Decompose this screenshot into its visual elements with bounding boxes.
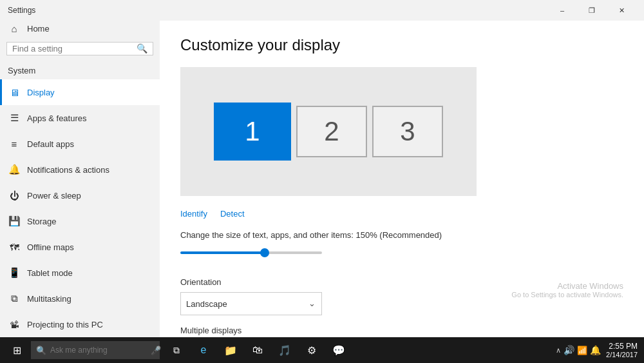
notifications-icon: 🔔	[8, 164, 21, 175]
home-icon: ⌂	[8, 23, 21, 34]
sidebar-item-home[interactable]: ⌂ Home	[0, 21, 160, 37]
title-bar: Settings – ❐ ✕	[0, 0, 644, 21]
restore-button[interactable]: ❐	[577, 0, 607, 21]
close-button[interactable]: ✕	[607, 0, 636, 21]
sidebar-item-label-tablet: Tablet mode	[27, 268, 73, 278]
orientation-select[interactable]: Landscape Portrait Landscape (flipped) P…	[180, 292, 322, 315]
file-explorer-icon: 📁	[224, 344, 237, 357]
multiple-displays-label: Multiple displays	[180, 326, 623, 335]
sidebar-item-label-notifications: Notifications & actions	[27, 165, 109, 175]
sidebar-item-power[interactable]: ⏻ Power & sleep	[0, 182, 160, 208]
display-boxes: 123	[214, 103, 443, 161]
settings-icon: ⚙	[307, 344, 316, 357]
sidebar-item-label-storage: Storage	[27, 217, 57, 226]
speaker-icon[interactable]: 🔊	[564, 345, 574, 355]
store-button[interactable]: 🛍	[245, 337, 270, 363]
sidebar-item-label-multitasking: Multitasking	[27, 294, 71, 304]
offline-maps-icon: 🗺	[8, 242, 21, 253]
date-display: 2/14/2017	[606, 351, 638, 358]
monitor-2[interactable]: 2	[296, 106, 367, 157]
system-tray-arrow[interactable]: ∧	[556, 346, 561, 355]
sidebar-item-multitasking[interactable]: ⧉ Multitasking	[0, 286, 160, 311]
search-input[interactable]	[12, 44, 137, 54]
sidebar-item-label-default-apps: Default apps	[27, 139, 74, 149]
home-label: Home	[27, 24, 50, 34]
scale-label: Change the size of text, apps, and other…	[180, 230, 623, 240]
watermark-line2: Go to Settings to activate Windows.	[511, 291, 623, 299]
storage-icon: 💾	[8, 215, 21, 227]
display-preview: 123	[180, 67, 477, 196]
store-icon: 🛍	[252, 344, 263, 356]
groove-button[interactable]: 🎵	[272, 337, 298, 363]
messaging-icon: 💬	[332, 344, 345, 357]
links-row: Identify Detect	[180, 209, 623, 219]
task-view-icon: ⧉	[173, 345, 180, 356]
slider-container	[180, 245, 322, 264]
sidebar-item-label-power: Power & sleep	[27, 191, 81, 201]
sidebar-item-notifications[interactable]: 🔔 Notifications & actions	[0, 157, 160, 182]
file-explorer-button[interactable]: 📁	[218, 337, 243, 363]
network-icon[interactable]: 📶	[577, 346, 587, 355]
sidebar-item-label-projecting: Projecting to this PC	[27, 320, 103, 329]
start-icon: ⊞	[13, 344, 21, 357]
title-bar-left: Settings	[8, 6, 35, 15]
title-bar-controls: – ❐ ✕	[547, 0, 636, 21]
orientation-dropdown-wrap: Landscape Portrait Landscape (flipped) P…	[180, 292, 322, 315]
messaging-button[interactable]: 💬	[326, 337, 352, 363]
sidebar-item-label-display: Display	[27, 88, 55, 97]
multitasking-icon: ⧉	[8, 293, 21, 304]
taskbar-search[interactable]: 🔍 🎤	[31, 341, 160, 359]
edge-button[interactable]: e	[191, 337, 216, 363]
task-view-button[interactable]: ⧉	[164, 337, 189, 363]
taskbar: ⊞ 🔍 🎤 ⧉ e 📁 🛍 🎵 ⚙ 💬 ∧	[0, 337, 644, 363]
page-title: Customize your display	[180, 36, 623, 54]
sidebar-item-display[interactable]: 🖥 Display	[0, 79, 160, 105]
display-icon: 🖥	[8, 87, 21, 98]
sidebar-item-projecting[interactable]: 📽 Projecting to this PC	[0, 311, 160, 337]
projecting-icon: 📽	[8, 319, 21, 330]
tablet-icon: 📱	[8, 267, 21, 279]
sidebar-item-label-offline-maps: Offline maps	[27, 242, 74, 252]
identify-button[interactable]: Identify	[180, 209, 207, 219]
cortana-icon: 🔍	[36, 346, 46, 355]
taskbar-search-input[interactable]	[50, 346, 147, 355]
detect-button[interactable]: Detect	[220, 209, 245, 219]
sidebar-item-label-apps: Apps & features	[27, 113, 87, 123]
app-title: Settings	[8, 6, 35, 15]
time-block[interactable]: 2:55 PM 2/14/2017	[606, 342, 638, 358]
minimize-button[interactable]: –	[547, 0, 577, 21]
settings-button[interactable]: ⚙	[299, 337, 325, 363]
system-label: System	[0, 63, 160, 79]
content-area: Customize your display 123 Identify Dete…	[160, 21, 644, 337]
orientation-label: Orientation	[180, 277, 623, 287]
main-layout: ⌂ Home 🔍 System 🖥 Display ☰ Apps & featu…	[0, 21, 644, 337]
search-box[interactable]: 🔍	[6, 42, 153, 55]
scale-slider[interactable]	[180, 251, 322, 254]
start-button[interactable]: ⊞	[4, 337, 30, 363]
sidebar-item-offline-maps[interactable]: 🗺 Offline maps	[0, 234, 160, 260]
mic-icon: 🎤	[151, 346, 161, 355]
sidebar-item-tablet[interactable]: 📱 Tablet mode	[0, 260, 160, 286]
sidebar: ⌂ Home 🔍 System 🖥 Display ☰ Apps & featu…	[0, 21, 160, 337]
edge-icon: e	[201, 344, 207, 356]
taskbar-icons: ⧉ e 📁 🛍 🎵 ⚙ 💬	[164, 337, 352, 363]
nav-items-container: 🖥 Display ☰ Apps & features ≡ Default ap…	[0, 79, 160, 337]
time-display: 2:55 PM	[606, 342, 638, 351]
sidebar-item-default-apps[interactable]: ≡ Default apps	[0, 131, 160, 157]
sidebar-item-storage[interactable]: 💾 Storage	[0, 208, 160, 234]
default-apps-icon: ≡	[8, 139, 21, 150]
sidebar-item-apps[interactable]: ☰ Apps & features	[0, 105, 160, 131]
monitor-3[interactable]: 3	[372, 106, 443, 157]
sys-icons: ∧ 🔊 📶 🔔	[556, 345, 601, 355]
taskbar-right: ∧ 🔊 📶 🔔 2:55 PM 2/14/2017	[556, 342, 640, 358]
search-icon: 🔍	[137, 43, 147, 54]
action-center-icon[interactable]: 🔔	[590, 345, 601, 355]
groove-icon: 🎵	[278, 344, 291, 357]
power-icon: ⏻	[8, 190, 21, 201]
apps-icon: ☰	[8, 112, 21, 124]
monitor-1[interactable]: 1	[214, 103, 291, 161]
